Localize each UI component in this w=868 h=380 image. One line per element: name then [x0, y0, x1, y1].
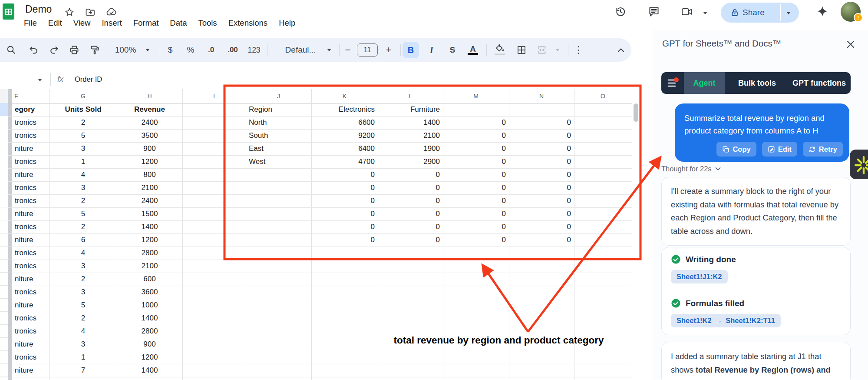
- italic-button[interactable]: I: [430, 45, 433, 55]
- row-header-sliver[interactable]: [0, 325, 8, 338]
- cell[interactable]: 0: [443, 181, 509, 194]
- cell[interactable]: 4: [50, 168, 117, 181]
- cell[interactable]: niture: [12, 338, 50, 351]
- cell[interactable]: tronics: [12, 325, 50, 338]
- cell[interactable]: 2800: [117, 325, 182, 338]
- version-history-icon[interactable]: [614, 6, 627, 18]
- cell[interactable]: 5: [50, 207, 117, 220]
- cell[interactable]: niture: [12, 299, 50, 312]
- row-header-sliver[interactable]: [0, 233, 8, 247]
- more-toolbar-options-icon[interactable]: ⋮: [574, 44, 583, 56]
- column-header-G[interactable]: G: [50, 89, 117, 103]
- row-header-sliver[interactable]: [0, 299, 8, 312]
- cell[interactable]: 6: [50, 233, 117, 247]
- cell[interactable]: 2: [50, 220, 117, 233]
- close-icon[interactable]: [845, 39, 856, 50]
- move-folder-icon[interactable]: [85, 7, 96, 17]
- cell[interactable]: 2: [50, 116, 117, 129]
- zoom-level[interactable]: 100%: [115, 45, 136, 55]
- menu-help[interactable]: Help: [273, 18, 301, 28]
- row-header-sliver[interactable]: [0, 155, 8, 168]
- row-header-sliver[interactable]: [0, 207, 8, 220]
- range-badge[interactable]: Sheet1!J1:K2: [671, 270, 728, 283]
- strikethrough-button[interactable]: S: [450, 45, 455, 55]
- share-dropdown-icon[interactable]: [786, 11, 791, 15]
- cell[interactable]: 0: [378, 168, 443, 181]
- cell[interactable]: tronics: [12, 220, 50, 233]
- row-header-sliver[interactable]: [0, 351, 8, 364]
- cell[interactable]: tronics: [12, 155, 50, 168]
- cell[interactable]: 3: [50, 181, 117, 194]
- cell[interactable]: tronics: [12, 286, 50, 299]
- row-header-sliver[interactable]: [0, 364, 8, 377]
- column-header-O[interactable]: O: [574, 89, 632, 103]
- copy-button[interactable]: Copy: [716, 142, 756, 157]
- panel-menu-button[interactable]: [661, 72, 684, 94]
- cell[interactable]: niture: [12, 142, 50, 155]
- borders-icon[interactable]: [516, 45, 527, 55]
- row-header-sliver[interactable]: [0, 194, 8, 207]
- cell[interactable]: 0: [443, 233, 509, 247]
- video-call-icon[interactable]: [681, 6, 693, 17]
- cell[interactable]: 0: [443, 194, 509, 207]
- thought-toggle[interactable]: Thought for 22s: [661, 165, 721, 173]
- cell[interactable]: 9200: [311, 129, 378, 142]
- cell[interactable]: 0: [378, 181, 443, 194]
- cell[interactable]: 0: [378, 207, 443, 220]
- row-header-sliver[interactable]: [0, 103, 8, 116]
- name-box-dropdown-icon[interactable]: [37, 78, 43, 82]
- sheets-logo-icon[interactable]: [3, 3, 14, 20]
- row-header-sliver[interactable]: [0, 168, 8, 181]
- cell[interactable]: 0: [443, 116, 509, 129]
- vertical-scrollbar[interactable]: [634, 103, 638, 122]
- decrease-decimals-button[interactable]: .0: [208, 46, 214, 54]
- formula-bar[interactable]: fx Order ID: [0, 71, 641, 89]
- cell[interactable]: 2: [50, 312, 117, 325]
- cell[interactable]: 4700: [311, 155, 378, 168]
- paint-format-icon[interactable]: [89, 45, 100, 55]
- tab-agent[interactable]: Agent: [684, 72, 725, 94]
- format-currency-button[interactable]: $: [168, 45, 173, 55]
- zoom-dropdown-icon[interactable]: [145, 49, 150, 52]
- menu-extensions[interactable]: Extensions: [223, 18, 274, 28]
- cell[interactable]: niture: [12, 273, 50, 286]
- comments-icon[interactable]: [648, 6, 660, 18]
- cell[interactable]: 3: [50, 142, 117, 155]
- cell[interactable]: 1: [50, 351, 117, 364]
- cell[interactable]: 0: [311, 194, 378, 207]
- column-header-K[interactable]: K: [311, 89, 378, 103]
- cell[interactable]: 0: [443, 207, 509, 220]
- column-header-F[interactable]: F: [12, 89, 50, 103]
- cell[interactable]: 2: [50, 273, 117, 286]
- cell[interactable]: Revenue: [117, 103, 182, 116]
- document-title[interactable]: Demo: [25, 3, 52, 15]
- column-header-J[interactable]: J: [246, 89, 311, 103]
- cell[interactable]: tronics: [12, 312, 50, 325]
- menu-file[interactable]: File: [18, 18, 43, 28]
- share-button[interactable]: Share: [721, 3, 799, 23]
- row-header-sliver[interactable]: [0, 338, 8, 351]
- cell[interactable]: Units Sold: [50, 103, 117, 116]
- font-dropdown-icon[interactable]: [327, 49, 332, 52]
- increase-font-size-button[interactable]: +: [386, 44, 392, 56]
- font-size-input[interactable]: 11: [357, 43, 378, 57]
- row-header-sliver[interactable]: [0, 129, 8, 142]
- cell[interactable]: 2800: [117, 247, 182, 260]
- cell[interactable]: 900: [117, 338, 182, 351]
- cell[interactable]: 1200: [117, 233, 182, 247]
- row-header-sliver[interactable]: [0, 181, 8, 194]
- cell[interactable]: 1000: [117, 299, 182, 312]
- formula-input[interactable]: Order ID: [75, 75, 102, 83]
- cell[interactable]: 2400: [117, 194, 182, 207]
- cell[interactable]: 2100: [117, 181, 182, 194]
- cell[interactable]: 1200: [117, 351, 182, 364]
- cell[interactable]: Furniture: [378, 103, 443, 116]
- cell[interactable]: niture: [12, 207, 50, 220]
- cell[interactable]: East: [246, 142, 311, 155]
- row-header-sliver[interactable]: [0, 273, 8, 286]
- cell[interactable]: tronics: [12, 129, 50, 142]
- cell[interactable]: 2400: [117, 116, 182, 129]
- cell[interactable]: South: [246, 129, 311, 142]
- cell[interactable]: 1200: [117, 155, 182, 168]
- cell[interactable]: 1500: [117, 207, 182, 220]
